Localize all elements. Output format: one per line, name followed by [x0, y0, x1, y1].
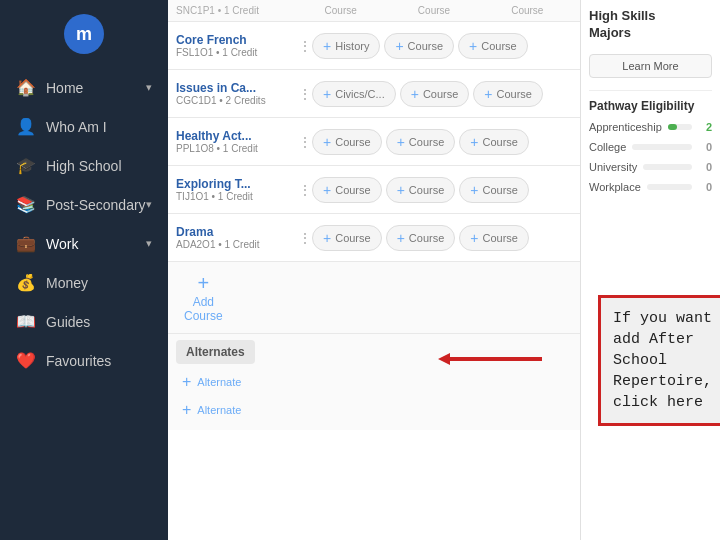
course-cols: +Civics/C... +Course +Course: [312, 81, 572, 107]
high-skills-title: High Skills: [589, 8, 712, 23]
sidebar-item-home[interactable]: 🏠 Home ▾: [0, 68, 168, 107]
sidebar-item-money[interactable]: 💰 Money: [0, 263, 168, 302]
add-course-row: + Add Course: [168, 262, 580, 334]
add-course-button-2[interactable]: +Course: [459, 177, 529, 203]
sidebar-item-favourites[interactable]: ❤️ Favourites: [0, 341, 168, 380]
course-code: FSL1O1 • 1 Credit: [176, 47, 296, 58]
add-course-button-2[interactable]: +Course: [459, 129, 529, 155]
course-name: Issues in Ca...: [176, 81, 296, 95]
money-icon: 💰: [16, 273, 36, 292]
sidebar-item-post-secondary[interactable]: 📚 Post-Secondary ▾: [0, 185, 168, 224]
alternate-button-2[interactable]: + Alternate: [176, 396, 572, 424]
course-code: TIJ1O1 • 1 Credit: [176, 191, 296, 202]
add-course-button-0[interactable]: +Course: [312, 129, 382, 155]
logo-icon[interactable]: m: [64, 14, 104, 54]
course-menu-icon[interactable]: ⋮: [298, 38, 312, 54]
add-course-button-0[interactable]: +Course: [312, 225, 382, 251]
guides-icon: 📖: [16, 312, 36, 331]
pathway-bar: [647, 184, 692, 190]
plus-icon: +: [182, 373, 191, 391]
person-icon: 👤: [16, 117, 36, 136]
cropped-col: Course: [483, 5, 572, 16]
learn-more-button[interactable]: Learn More: [589, 54, 712, 78]
add-course-button-1[interactable]: +Course: [400, 81, 470, 107]
add-course-button-1[interactable]: +Course: [386, 225, 456, 251]
alternate-label: Alternate: [197, 404, 241, 416]
sidebar-item-label: Money: [46, 275, 88, 291]
pathway-count: 0: [698, 161, 712, 173]
add-course-button-1[interactable]: +Course: [386, 177, 456, 203]
sidebar-item-label: High School: [46, 158, 122, 174]
course-name: Drama: [176, 225, 296, 239]
pathway-count: 0: [698, 181, 712, 193]
course-name-cell: Exploring T... TIJ1O1 • 1 Credit: [176, 177, 296, 202]
arrow-annotation: [434, 345, 544, 376]
work-icon: 💼: [16, 234, 36, 253]
sidebar-item-guides[interactable]: 📖 Guides: [0, 302, 168, 341]
pathway-count: 2: [698, 121, 712, 133]
home-icon: 🏠: [16, 78, 36, 97]
heart-icon: ❤️: [16, 351, 36, 370]
pathway-bar: [668, 124, 692, 130]
add-course-button-0[interactable]: +Course: [312, 177, 382, 203]
course-menu-icon[interactable]: ⋮: [298, 86, 312, 102]
chevron-icon: ▾: [146, 237, 152, 250]
course-code: PPL1O8 • 1 Credit: [176, 143, 296, 154]
add-course-button[interactable]: + Add Course: [184, 272, 223, 323]
add-course-button-2[interactable]: +Course: [473, 81, 543, 107]
sidebar-item-label: Work: [46, 236, 78, 252]
sidebar-item-high-school[interactable]: 🎓 High School: [0, 146, 168, 185]
plus-icon: +: [182, 401, 191, 419]
add-course-button-2[interactable]: +Course: [459, 225, 529, 251]
course-name-cell: Drama ADA2O1 • 1 Credit: [176, 225, 296, 250]
sidebar: m 🏠 Home ▾ 👤 Who Am I 🎓 High School 📚 Po…: [0, 0, 168, 540]
chevron-icon: ▾: [146, 81, 152, 94]
pathway-count: 0: [698, 141, 712, 153]
sidebar-item-label: Favourites: [46, 353, 111, 369]
cropped-top-row: SNC1P1 • 1 Credit Course Course Course: [168, 0, 580, 22]
pathway-row-college: College 0: [589, 141, 712, 153]
course-menu-icon[interactable]: ⋮: [298, 230, 312, 246]
callout-text: If you want to add After School Repertoi…: [613, 310, 720, 411]
course-code: CGC1D1 • 2 Credits: [176, 95, 296, 106]
course-menu-icon[interactable]: ⋮: [298, 182, 312, 198]
alternate-label: Alternate: [197, 376, 241, 388]
add-course-button-2[interactable]: +Course: [458, 33, 528, 59]
chevron-icon: ▾: [146, 198, 152, 211]
course-name-cell: Issues in Ca... CGC1D1 • 2 Credits: [176, 81, 296, 106]
learn-more-label: Learn More: [622, 60, 678, 72]
course-menu-icon[interactable]: ⋮: [298, 134, 312, 150]
table-row: Issues in Ca... CGC1D1 • 2 Credits ⋮ +Ci…: [168, 70, 580, 118]
cropped-cols: Course Course Course: [296, 5, 572, 16]
course-cols: +Course +Course +Course: [312, 177, 572, 203]
alternates-header: Alternates: [176, 340, 255, 364]
cropped-col: Course: [389, 5, 478, 16]
course-name: Healthy Act...: [176, 129, 296, 143]
pathway-bar: [643, 164, 692, 170]
high-skills-subtitle: Majors: [589, 25, 712, 40]
sidebar-item-work[interactable]: 💼 Work ▾: [0, 224, 168, 263]
add-history-button[interactable]: +History: [312, 33, 380, 59]
sidebar-item-label: Who Am I: [46, 119, 107, 135]
pathway-row-university: University 0: [589, 161, 712, 173]
sidebar-item-label: Post-Secondary: [46, 197, 146, 213]
course-cols: +History +Course +Course: [312, 33, 572, 59]
pathway-bar: [632, 144, 692, 150]
pathway-label: Apprenticeship: [589, 121, 662, 133]
table-row: Exploring T... TIJ1O1 • 1 Credit ⋮ +Cour…: [168, 166, 580, 214]
sidebar-item-who-am-i[interactable]: 👤 Who Am I: [0, 107, 168, 146]
course-cols: +Course +Course +Course: [312, 225, 572, 251]
course-name-cell: Core French FSL1O1 • 1 Credit: [176, 33, 296, 58]
callout-box: If you want to add After School Repertoi…: [598, 295, 720, 426]
svg-marker-1: [438, 353, 450, 365]
pathway-row-apprenticeship: Apprenticeship 2: [589, 121, 712, 133]
pathway-row-workplace: Workplace 0: [589, 181, 712, 193]
course-name-cell: Healthy Act... PPL1O8 • 1 Credit: [176, 129, 296, 154]
table-row: Drama ADA2O1 • 1 Credit ⋮ +Course +Cours…: [168, 214, 580, 262]
add-course-button-1[interactable]: +Course: [386, 129, 456, 155]
add-civics-button[interactable]: +Civics/C...: [312, 81, 396, 107]
add-course-button-1[interactable]: +Course: [384, 33, 454, 59]
right-panel: High Skills Majors Learn More Pathway El…: [580, 0, 720, 540]
courses-area: SNC1P1 • 1 Credit Course Course Course C…: [168, 0, 580, 540]
cropped-col: Course: [296, 5, 385, 16]
